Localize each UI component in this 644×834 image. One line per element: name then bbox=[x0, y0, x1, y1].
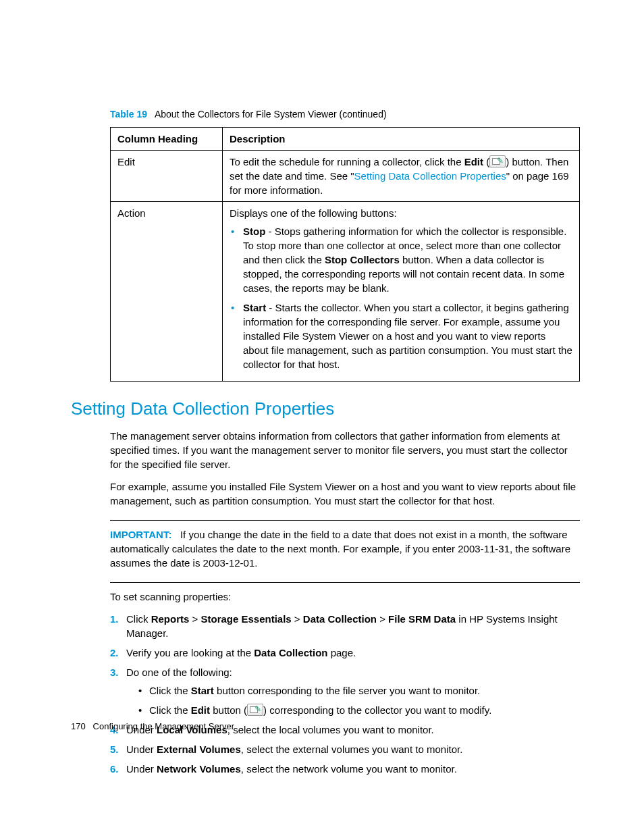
important-note: IMPORTANT: If you change the date in the… bbox=[110, 527, 580, 570]
col-heading-2: Description bbox=[223, 127, 580, 150]
step-2: 2. Verify you are looking at the Data Co… bbox=[110, 646, 580, 660]
edit-icon bbox=[489, 155, 506, 167]
sub-step: Click the Edit button () corresponding t… bbox=[138, 703, 580, 717]
divider bbox=[110, 582, 580, 583]
link-setting-data-collection[interactable]: Setting Data Collection Properties bbox=[354, 170, 506, 182]
sub-step: Click the Start button corresponding to … bbox=[138, 683, 580, 698]
table-row: Action Displays one of the following but… bbox=[111, 201, 580, 381]
paragraph: The management server obtains informatio… bbox=[110, 429, 580, 471]
important-label: IMPORTANT: bbox=[110, 529, 171, 540]
step-6: 6. Under Network Volumes, select the net… bbox=[110, 762, 580, 776]
step-1: 1. Click Reports > Storage Essentials > … bbox=[110, 612, 580, 640]
document-page: Table 19 About the Collectors for File S… bbox=[0, 0, 644, 834]
collectors-table: Column Heading Description Edit To edit … bbox=[110, 127, 580, 382]
section-title: Setting Data Collection Properties bbox=[71, 396, 580, 421]
row-edit-desc: To edit the schedule for running a colle… bbox=[223, 150, 580, 201]
paragraph: For example, assume you installed File S… bbox=[110, 479, 580, 508]
table-caption: Table 19 About the Collectors for File S… bbox=[110, 108, 580, 122]
list-item: Start - Starts the collector. When you s… bbox=[230, 301, 572, 371]
table-row: Edit To edit the schedule for running a … bbox=[111, 150, 580, 201]
table-label: Table 19 bbox=[110, 109, 147, 120]
steps-intro: To set scanning properties: bbox=[110, 590, 580, 604]
row-edit-heading: Edit bbox=[111, 150, 223, 201]
list-item: Stop - Stops gathering information for w… bbox=[230, 224, 572, 295]
steps-list: 1. Click Reports > Storage Essentials > … bbox=[110, 612, 580, 776]
footer-title: Configuring the Management Server bbox=[93, 721, 235, 731]
row-action-heading: Action bbox=[111, 201, 223, 381]
step-5: 5. Under External Volumes, select the ex… bbox=[110, 742, 580, 756]
row-action-desc: Displays one of the following buttons: S… bbox=[223, 201, 580, 381]
edit-icon bbox=[247, 704, 263, 716]
table-caption-text: About the Collectors for File System Vie… bbox=[155, 109, 387, 120]
table-header-row: Column Heading Description bbox=[111, 127, 580, 150]
page-number: 170 bbox=[71, 721, 86, 731]
step-3: 3. Do one of the following: Click the St… bbox=[110, 665, 580, 717]
page-footer: 170 Configuring the Management Server bbox=[71, 721, 234, 733]
divider bbox=[110, 520, 580, 521]
col-heading-1: Column Heading bbox=[111, 127, 223, 150]
